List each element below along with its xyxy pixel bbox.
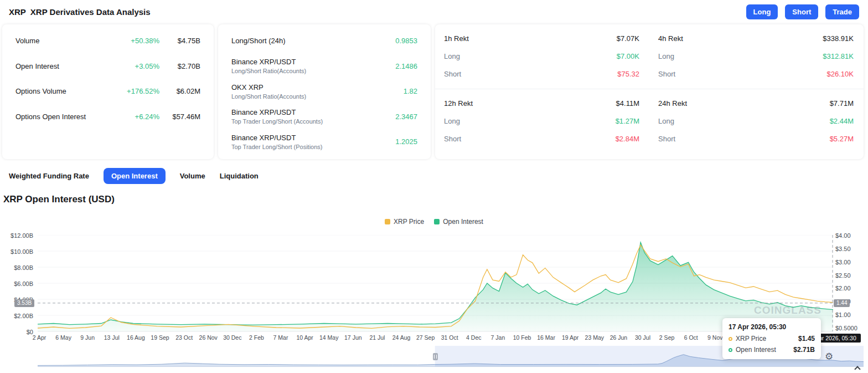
x-axis-tick: 6 May: [55, 334, 71, 341]
x-axis-tick: 7 Jan: [491, 334, 505, 341]
page-header: XRP XRP Derivatives Data Analysis Long S…: [0, 0, 868, 23]
x-axis-tick: 27 Sep: [416, 334, 435, 341]
short-label: Short: [658, 70, 675, 78]
ratio-sublabel: Long/Short Ratio(Accounts): [231, 68, 306, 74]
trade-button[interactable]: Trade: [825, 4, 859, 19]
tooltip-value: $2.71B: [793, 346, 815, 354]
rekt-header-row: 12h Rekt$4.11M: [444, 94, 639, 112]
stat-value: $4.75B: [159, 37, 200, 45]
x-axis-tick: 21 Jul: [369, 334, 385, 341]
x-axis-tick: 31 Oct: [441, 334, 458, 341]
watermark: COINGLASS: [754, 304, 822, 316]
header-actions: Long Short Trade: [746, 4, 859, 19]
ratio-sublabel: Long/Short Ratio(Accounts): [231, 93, 306, 100]
rekt-long-value: $7.00K: [617, 52, 639, 60]
x-axis-tick: 9 Jun: [80, 334, 95, 341]
stat-value: $6.02M: [159, 87, 200, 95]
x-axis-tick: 13 Jul: [104, 334, 120, 341]
x-axis-tick: 26 Jun: [610, 334, 628, 341]
rekt-short-value: $75.32: [617, 70, 639, 78]
right-axis-tick: $3.50: [835, 246, 851, 252]
rekt-short-value: $5.27M: [830, 135, 854, 143]
ratio-row: OKX XRPLong/Short Ratio(Accounts) 1.82: [231, 79, 417, 104]
rekt-total: $7.71M: [830, 99, 854, 108]
tooltip-label: XRP Price: [736, 335, 766, 343]
rekt-cell-12h: 12h Rekt$4.11M Long$1.27M Short$2.84M: [435, 89, 649, 159]
stat-label: Options Open Interest: [16, 113, 86, 121]
rekt-header-row: 4h Rekt$338.91K: [658, 29, 854, 47]
stat-change: +50.38%: [131, 37, 159, 45]
rekt-title: 24h Rekt: [658, 99, 687, 108]
ratio-value: 2.3467: [395, 113, 417, 121]
x-axis-tick: 17 Jun: [344, 334, 362, 341]
tab-open-interest[interactable]: Open Interest: [104, 168, 166, 184]
stat-label: Open Interest: [16, 62, 59, 70]
x-axis-tick: 10 Apr: [296, 334, 313, 341]
x-axis-tick: 19 Sep: [151, 334, 169, 341]
left-axis: $12.00B$10.00B$8.00B$6.00B$4.00B$2.00B$0: [0, 235, 33, 340]
legend-item-open-interest[interactable]: Open Interest: [434, 218, 483, 226]
short-label: Short: [444, 135, 461, 143]
x-axis-tick: 6 Oct: [684, 334, 698, 341]
ratio-row: Binance XRP/USDTTop Trader Long/Short (P…: [231, 129, 417, 155]
tooltip-value: $1.45: [798, 335, 815, 343]
page-title: XRP Derivatives Data Analysis: [30, 7, 151, 17]
x-axis-tick: 23 May: [585, 334, 604, 341]
stat-row-options-volume: Options Volume +176.52% $6.02M: [16, 79, 200, 104]
rekt-long-row: Long$312.81K: [658, 47, 854, 65]
rekt-short-value: $2.84M: [616, 135, 639, 143]
chart-legend: XRP Price Open Interest: [0, 218, 868, 226]
right-axis-tick: $2.00: [835, 285, 851, 292]
long-label: Long: [658, 52, 674, 60]
x-axis-tick: 24 Aug: [392, 334, 411, 341]
right-axis-crosshair-badge: 1.44: [834, 299, 850, 307]
navigator-left-handle[interactable]: [433, 353, 438, 360]
stat-change: +3.05%: [135, 62, 159, 70]
open-interest-swatch-icon: [434, 219, 440, 224]
stat-value: $57.46M: [159, 113, 200, 121]
page-title-group: XRP XRP Derivatives Data Analysis: [9, 7, 151, 17]
long-short-ratios-card: Long/Short (24h) 0.9853 Binance XRP/USDT…: [218, 24, 431, 159]
short-label: Short: [444, 70, 461, 78]
rekt-total: $338.91K: [823, 34, 854, 43]
rekt-long-row: Long$1.27M: [444, 112, 639, 130]
rekt-total: $4.11M: [616, 99, 639, 108]
tab-liquidation[interactable]: Liquidation: [220, 168, 259, 184]
chart-tabs: Weighted Funding Rate Open Interest Volu…: [9, 168, 259, 184]
app-root: XRP XRP Derivatives Data Analysis Long S…: [0, 0, 868, 373]
rekt-title: 1h Rekt: [444, 34, 469, 43]
ratio-row: Long/Short (24h) 0.9853: [231, 28, 417, 54]
long-label: Long: [658, 117, 674, 125]
x-axis-tick: 2 Sep: [659, 334, 674, 341]
main-chart-plot[interactable]: [38, 235, 833, 333]
long-button[interactable]: Long: [746, 4, 778, 19]
ratio-label: Binance XRP/USDT: [231, 58, 306, 66]
right-axis-tick: $3.00: [835, 259, 851, 265]
rekt-title: 12h Rekt: [444, 99, 473, 108]
rekt-title: 4h Rekt: [658, 34, 683, 43]
tab-weighted-funding-rate[interactable]: Weighted Funding Rate: [9, 168, 89, 184]
long-label: Long: [444, 52, 460, 60]
legend-item-xrp-price[interactable]: XRP Price: [385, 218, 424, 226]
short-label: Short: [658, 135, 675, 143]
x-axis-tick: 30 Dec: [223, 334, 241, 341]
stat-row-volume: Volume +50.38% $4.75B: [16, 28, 200, 54]
tab-volume[interactable]: Volume: [180, 168, 205, 184]
settings-gear-icon[interactable]: ⚙: [825, 351, 833, 362]
long-label: Long: [444, 117, 460, 125]
rekt-cell-24h: 24h Rekt$7.71M Long$2.44M Short$5.27M: [649, 89, 864, 159]
ratio-label: Binance XRP/USDT: [231, 108, 323, 116]
tooltip-title: 17 Apr 2026, 05:30: [728, 323, 815, 331]
xrp-price-dot-icon: [728, 337, 732, 341]
left-axis-tick: $6.00B: [14, 280, 33, 287]
rekt-cell-4h: 4h Rekt$338.91K Long$312.81K Short$26.10…: [649, 24, 864, 89]
ratio-value: 2.1486: [395, 62, 417, 70]
x-axis-tick: 14 May: [319, 334, 338, 341]
collapse-chevron-up-icon[interactable]: [852, 364, 862, 372]
short-button[interactable]: Short: [785, 4, 818, 19]
legend-label: Open Interest: [443, 218, 483, 226]
stat-label: Options Volume: [16, 87, 66, 95]
ratio-label: OKX XRP: [231, 83, 306, 91]
stat-row-options-open-interest: Options Open Interest +6.24% $57.46M: [16, 104, 200, 130]
stat-row-open-interest: Open Interest +3.05% $2.70B: [16, 54, 200, 79]
